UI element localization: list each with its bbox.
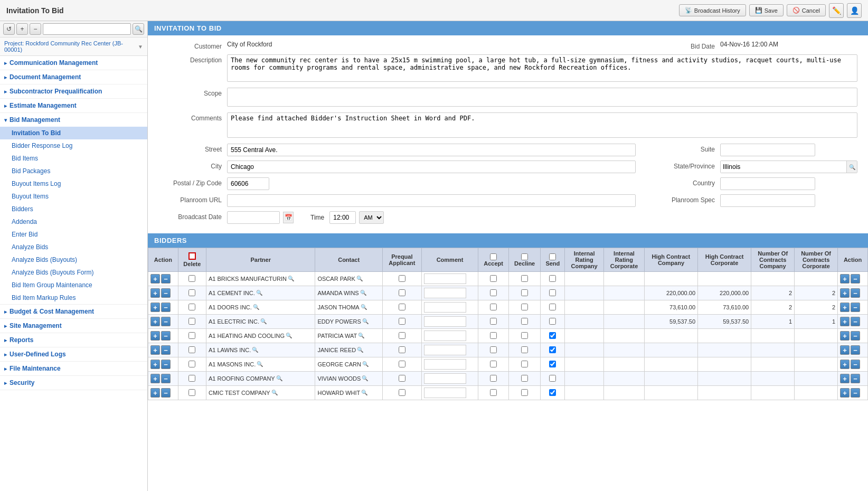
nav-item-addenda[interactable]: Addenda bbox=[0, 215, 147, 228]
row-add-button[interactable]: + bbox=[150, 331, 160, 341]
delete-checkbox[interactable] bbox=[188, 289, 195, 296]
partner-search-icon[interactable]: 🔍 bbox=[286, 333, 292, 339]
delete-checkbox[interactable] bbox=[188, 361, 195, 367]
city-input[interactable] bbox=[227, 160, 636, 173]
nav-item-buyout_items[interactable]: Buyout Items bbox=[0, 190, 147, 203]
scope-input[interactable] bbox=[227, 88, 857, 107]
edit-icon-button[interactable]: ✏️ bbox=[829, 3, 844, 18]
row-remove-button-right[interactable]: − bbox=[851, 345, 860, 355]
nav-item-bid_packages[interactable]: Bid Packages bbox=[0, 165, 147, 177]
nav-group-header-subcontractor[interactable]: ▸Subcontractor Prequalification bbox=[0, 84, 147, 98]
sidebar-search-button[interactable]: 🔍 bbox=[133, 23, 144, 35]
row-remove-button[interactable]: − bbox=[161, 317, 171, 326]
calendar-button[interactable]: 📅 bbox=[283, 212, 294, 223]
row-remove-button-right[interactable]: − bbox=[851, 374, 860, 383]
broadcast-history-button[interactable]: 📡 Broadcast History bbox=[679, 4, 746, 16]
nav-item-enter_bid[interactable]: Enter Bid bbox=[0, 228, 147, 241]
contact-search-icon[interactable]: 🔍 bbox=[361, 304, 367, 310]
nav-group-header-communication[interactable]: ▸Communication Management bbox=[0, 56, 147, 70]
row-remove-button-right[interactable]: − bbox=[851, 331, 860, 341]
nav-group-header-budget[interactable]: ▸Budget & Cost Management bbox=[0, 305, 147, 318]
sidebar-add-button[interactable]: + bbox=[16, 23, 28, 35]
decline-checkbox[interactable] bbox=[521, 332, 528, 339]
sidebar-remove-button[interactable]: − bbox=[30, 23, 41, 35]
row-add-button[interactable]: + bbox=[150, 303, 160, 312]
row-remove-button-right[interactable]: − bbox=[851, 388, 860, 398]
comment-input[interactable] bbox=[424, 302, 466, 313]
delete-checkbox[interactable] bbox=[188, 375, 195, 382]
row-add-button[interactable]: + bbox=[150, 274, 160, 284]
comment-input[interactable] bbox=[424, 316, 466, 327]
accept-checkbox[interactable] bbox=[490, 389, 497, 396]
nav-item-bid_item_markup[interactable]: Bid Item Markup Rules bbox=[0, 291, 147, 304]
user-icon-button[interactable]: 👤 bbox=[847, 3, 862, 18]
decline-all-checkbox[interactable] bbox=[521, 253, 528, 260]
row-add-button-right[interactable]: + bbox=[840, 374, 850, 383]
contact-search-icon[interactable]: 🔍 bbox=[356, 276, 363, 282]
nav-group-header-bid[interactable]: ▾Bid Management bbox=[0, 113, 147, 127]
row-remove-button-right[interactable]: − bbox=[851, 303, 860, 312]
suite-input[interactable] bbox=[720, 144, 815, 156]
send-checkbox[interactable] bbox=[549, 275, 556, 282]
project-selector[interactable]: Project: Rockford Community Rec Center (… bbox=[0, 37, 147, 56]
partner-search-icon[interactable]: 🔍 bbox=[288, 276, 294, 282]
nav-item-invitation[interactable]: Invitation To Bid bbox=[0, 127, 147, 139]
nav-item-bidder_response[interactable]: Bidder Response Log bbox=[0, 139, 147, 152]
contact-search-icon[interactable]: 🔍 bbox=[361, 390, 367, 396]
cancel-button[interactable]: 🚫 Cancel bbox=[787, 4, 826, 16]
partner-search-icon[interactable]: 🔍 bbox=[276, 375, 282, 382]
prequal-checkbox[interactable] bbox=[399, 332, 405, 339]
delete-checkbox[interactable] bbox=[188, 389, 195, 396]
prequal-checkbox[interactable] bbox=[399, 346, 405, 353]
decline-checkbox[interactable] bbox=[521, 346, 528, 353]
state-input[interactable] bbox=[721, 161, 846, 173]
nav-item-buyout_items_log[interactable]: Buyout Items Log bbox=[0, 177, 147, 190]
row-remove-button-right[interactable]: − bbox=[851, 288, 860, 298]
comment-input[interactable] bbox=[424, 388, 466, 398]
row-add-button-right[interactable]: + bbox=[840, 388, 850, 398]
nav-item-bid_items[interactable]: Bid Items bbox=[0, 152, 147, 165]
street-input[interactable] bbox=[227, 144, 636, 156]
sidebar-search-input[interactable] bbox=[43, 23, 131, 35]
decline-checkbox[interactable] bbox=[521, 389, 528, 396]
prequal-checkbox[interactable] bbox=[399, 318, 405, 325]
row-add-button-right[interactable]: + bbox=[840, 317, 850, 326]
row-add-button[interactable]: + bbox=[150, 360, 160, 369]
send-all-checkbox[interactable] bbox=[549, 253, 556, 260]
comment-input[interactable] bbox=[424, 345, 466, 355]
comment-input[interactable] bbox=[424, 373, 466, 384]
row-remove-button[interactable]: − bbox=[161, 303, 171, 312]
send-checkbox[interactable] bbox=[549, 346, 556, 353]
nav-group-header-reports[interactable]: ▸Reports bbox=[0, 333, 147, 347]
accept-all-checkbox[interactable] bbox=[490, 253, 497, 260]
row-add-button-right[interactable]: + bbox=[840, 345, 850, 355]
row-remove-button[interactable]: − bbox=[161, 288, 171, 298]
postal-input[interactable] bbox=[227, 177, 269, 190]
decline-checkbox[interactable] bbox=[521, 375, 528, 382]
nav-group-header-file_maint[interactable]: ▸File Maintenance bbox=[0, 362, 147, 375]
partner-search-icon[interactable]: 🔍 bbox=[260, 318, 267, 325]
row-remove-button-right[interactable]: − bbox=[851, 317, 860, 326]
row-remove-button-right[interactable]: − bbox=[851, 360, 860, 369]
row-add-button[interactable]: + bbox=[150, 317, 160, 326]
delete-checkbox[interactable] bbox=[188, 346, 195, 353]
country-input[interactable] bbox=[720, 177, 815, 190]
comments-input[interactable]: Please find attached Bidder's Instructio… bbox=[227, 112, 857, 138]
nav-item-bidders[interactable]: Bidders bbox=[0, 203, 147, 215]
accept-checkbox[interactable] bbox=[490, 318, 497, 325]
description-input[interactable]: The new community rec center is to have … bbox=[227, 54, 857, 82]
contact-search-icon[interactable]: 🔍 bbox=[362, 375, 368, 382]
comment-input[interactable] bbox=[424, 359, 466, 370]
row-add-button-right[interactable]: + bbox=[840, 288, 850, 298]
comment-input[interactable] bbox=[424, 288, 466, 298]
accept-checkbox[interactable] bbox=[490, 375, 497, 382]
prequal-checkbox[interactable] bbox=[399, 304, 405, 310]
nav-group-header-site[interactable]: ▸Site Management bbox=[0, 319, 147, 333]
row-remove-button[interactable]: − bbox=[161, 388, 171, 398]
prequal-checkbox[interactable] bbox=[399, 289, 405, 296]
accept-checkbox[interactable] bbox=[490, 304, 497, 310]
delete-checkbox[interactable] bbox=[188, 332, 195, 339]
send-checkbox[interactable] bbox=[549, 389, 556, 396]
partner-search-icon[interactable]: 🔍 bbox=[252, 347, 258, 353]
send-checkbox[interactable] bbox=[549, 332, 556, 339]
